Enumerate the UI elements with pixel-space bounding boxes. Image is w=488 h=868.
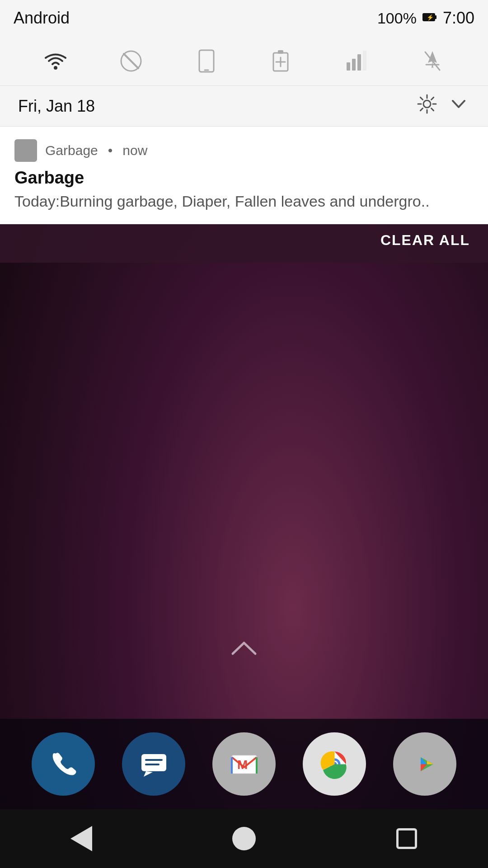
svg-rect-6: [199, 50, 214, 72]
os-label: Android: [14, 9, 70, 28]
battery-saver-icon[interactable]: [266, 45, 297, 77]
svg-rect-18: [141, 754, 166, 771]
svg-rect-15: [363, 51, 366, 71]
battery-percent: 100%: [377, 9, 417, 27]
expand-chevron-button[interactable]: [447, 93, 470, 120]
nav-back-button[interactable]: [63, 821, 99, 857]
svg-rect-1: [435, 15, 436, 19]
notification-title: Garbage: [14, 168, 474, 188]
dock-phone-button[interactable]: [32, 732, 95, 796]
dock-chrome-button[interactable]: [303, 732, 366, 796]
svg-rect-13: [352, 59, 356, 71]
nav-home-button[interactable]: [226, 821, 262, 857]
svg-rect-9: [278, 50, 283, 54]
nav-bar: [0, 809, 488, 868]
date-right-controls: [416, 93, 470, 120]
wallpaper-area: [0, 217, 488, 678]
battery-icon: ⚡: [422, 10, 437, 26]
dock: M: [0, 719, 488, 809]
airplane-mode-icon[interactable]: [417, 45, 448, 77]
do-not-disturb-icon[interactable]: [115, 45, 147, 77]
nav-recents-button[interactable]: [389, 821, 425, 857]
svg-line-5: [124, 54, 138, 68]
notification-card[interactable]: Garbage • now Garbage Today:Burning garb…: [0, 127, 488, 224]
up-chevron-icon[interactable]: [228, 637, 260, 665]
quick-settings-icons-row: [0, 36, 488, 86]
screen-icon[interactable]: [191, 45, 222, 77]
time-display: 7:00: [443, 9, 474, 28]
wifi-icon[interactable]: [40, 45, 71, 77]
notification-app-name: Garbage: [45, 143, 98, 158]
notification-time: now: [122, 143, 147, 158]
dock-play-store-button[interactable]: [393, 732, 456, 796]
settings-gear-button[interactable]: [416, 93, 438, 120]
status-right: 100% ⚡ 7:00: [377, 9, 474, 28]
svg-text:M: M: [237, 758, 248, 772]
notification-body: Today:Burning garbage, Diaper, Fallen le…: [14, 191, 474, 211]
status-bar: Android 100% ⚡ 7:00: [0, 0, 488, 36]
clear-all-button[interactable]: CLEAR ALL: [380, 232, 470, 249]
svg-point-17: [423, 100, 431, 108]
notification-dot: •: [108, 143, 113, 158]
notification-header: Garbage • now: [14, 139, 474, 162]
notification-shade: Android 100% ⚡ 7:00: [0, 0, 488, 224]
date-display: Fri, Jan 18: [18, 97, 95, 116]
dock-messages-button[interactable]: [122, 732, 185, 796]
date-settings-row: Fri, Jan 18: [0, 86, 488, 127]
svg-point-3: [54, 66, 57, 70]
svg-rect-14: [357, 54, 361, 71]
dock-gmail-button[interactable]: M: [212, 732, 276, 796]
signal-icon[interactable]: [341, 45, 373, 77]
svg-rect-12: [347, 62, 350, 71]
svg-text:⚡: ⚡: [427, 14, 434, 21]
notification-app-icon: [14, 139, 37, 162]
